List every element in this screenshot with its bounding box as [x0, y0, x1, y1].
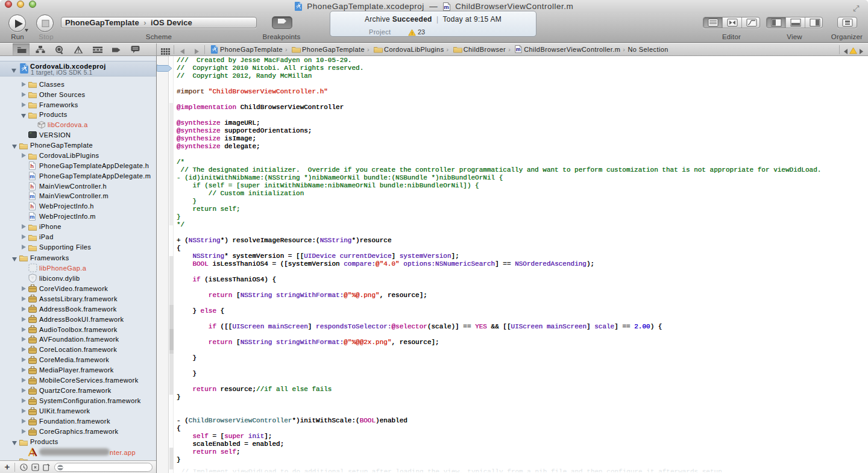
- svg-text:m: m: [30, 213, 34, 220]
- svg-text:h: h: [30, 163, 34, 169]
- svg-text:h: h: [30, 183, 34, 190]
- svg-text:m: m: [30, 173, 34, 180]
- svg-text:m: m: [30, 193, 34, 199]
- svg-text:!: !: [411, 31, 412, 36]
- svg-text:h: h: [30, 203, 34, 210]
- svg-text:m: m: [444, 4, 449, 10]
- svg-text:m: m: [516, 46, 521, 52]
